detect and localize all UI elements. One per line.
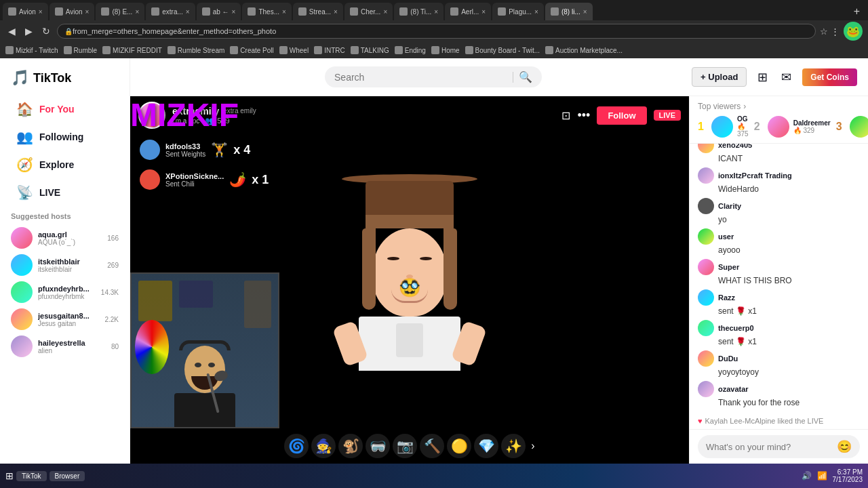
search-box[interactable]: 🔍	[325, 66, 542, 87]
nav-icon: 👥	[16, 129, 33, 145]
chat-message: ozavatar Thank you for the rose	[698, 381, 860, 407]
get-coins-button[interactable]: Get Coins	[802, 68, 857, 86]
browser-tab[interactable]: Avion×	[50, 3, 95, 20]
bookmark-item[interactable]: Mizkif - Twitch	[5, 46, 58, 54]
reload-button[interactable]: ↻	[39, 24, 53, 38]
emoji-ball[interactable]: 🟡	[447, 434, 471, 458]
host-sub: itskeithblair	[38, 266, 102, 273]
chat-message: Super WHAT IS THIS BRO	[698, 259, 860, 285]
sound-icon[interactable]: 🔊	[802, 471, 812, 481]
bookmark-item[interactable]: MIZKIF REDDIT	[102, 46, 162, 54]
chat-messages[interactable]: ete in OMEGALUL thiagera ICANT surge sen…	[690, 144, 868, 413]
emoji-swirl[interactable]: 🌀	[284, 434, 309, 458]
emoji-gem[interactable]: 💎	[474, 434, 498, 458]
bookmark-item[interactable]: TALKING	[351, 46, 389, 54]
follow-button[interactable]: Follow	[597, 106, 646, 125]
bookmark-item[interactable]: Create Poll	[230, 46, 273, 54]
browser-tab[interactable]: ab ←×	[197, 3, 241, 20]
host-name: aqua.grl	[38, 230, 102, 239]
sidebar-nav-item[interactable]: 🧭Explore	[5, 151, 124, 178]
bookmark-item[interactable]: Ending	[395, 46, 426, 54]
gift-username-2: XPotionSickne...	[165, 172, 224, 180]
time-display: 6:37 PM	[833, 468, 863, 476]
emoji-character[interactable]: 🧙	[311, 434, 336, 458]
search-divider	[513, 72, 513, 83]
suggested-host-item[interactable]: pfuxndeyhrb... pfuxndeyhrbmk 14.3K	[11, 279, 119, 306]
top-bar: 🔍 + Upload ⊞ ✉ Get Coins	[130, 58, 868, 96]
suggested-host-item[interactable]: jesusgaitan8... Jesus gaitan 2.2K	[11, 306, 119, 333]
sidebar-nav-item[interactable]: 👥Following	[5, 123, 124, 150]
bookmark-item[interactable]: Rumble	[64, 46, 97, 54]
emoji-hammer[interactable]: 🔨	[420, 434, 444, 458]
host-info: aqua.grl AQUA (o´_`)	[38, 230, 102, 246]
host-avatar	[11, 308, 33, 330]
heart-icon: ♥	[698, 417, 703, 425]
search-input[interactable]	[334, 72, 507, 83]
pip-container	[130, 272, 279, 428]
taskbar-app-1[interactable]: TikTok	[16, 471, 47, 481]
windows-icon[interactable]: ⊞	[5, 470, 14, 481]
suggested-title: Suggested hosts	[11, 212, 119, 220]
expand-icon[interactable]: ⊡	[561, 109, 570, 122]
settings-icon[interactable]: ⋮	[831, 26, 840, 37]
bookmark-item[interactable]: Home	[431, 46, 460, 54]
emoji-double[interactable]: 🥽	[366, 434, 390, 458]
browser-tab[interactable]: Strea...×	[293, 3, 343, 20]
chat-avatar	[698, 289, 714, 306]
suggested-host-item[interactable]: aqua.grl AQUA (o´_`) 166	[11, 224, 119, 251]
address-bar[interactable]: 🔒 from_merge=others_homepage&enter_metho…	[57, 24, 816, 39]
chat-emoji-icon[interactable]: 😊	[837, 439, 852, 454]
sidebar-nav-item[interactable]: 🏠For You	[5, 96, 124, 123]
host-count: 166	[107, 235, 119, 242]
top-viewers-label: Top viewers	[698, 102, 741, 111]
emoji-camera[interactable]: 📷	[393, 434, 417, 458]
viewer-avatar	[768, 116, 789, 138]
messages-icon[interactable]: ✉	[778, 67, 794, 87]
host-name: haileyestrella	[38, 339, 106, 347]
more-options-icon[interactable]: •••	[577, 108, 590, 123]
chat-input-box[interactable]: 😊	[698, 435, 860, 458]
browser-tab[interactable]: Cher...×	[344, 3, 393, 20]
browser-tab[interactable]: Plagu...×	[492, 3, 544, 20]
gift-icon-1: 🏋️	[211, 142, 228, 158]
emoji-scroll-right[interactable]: ›	[531, 440, 534, 452]
sidebar-nav-item[interactable]: 📡LIVE	[5, 179, 124, 206]
browser-tab[interactable]: Avion×	[3, 3, 48, 20]
suggested-host-item[interactable]: haileyestrella alien 80	[11, 333, 119, 360]
chat-username: thecuerp0	[718, 324, 754, 332]
browser-tab[interactable]: Aerl...×	[445, 3, 491, 20]
new-tab-button[interactable]: +	[848, 5, 865, 18]
network-icon[interactable]: 📶	[817, 471, 827, 481]
forward-button[interactable]: ▶	[22, 24, 35, 38]
browser-tab[interactable]: Thes...×	[242, 3, 291, 20]
profile-avatar[interactable]: 🐸	[844, 22, 863, 41]
upload-button[interactable]: + Upload	[692, 67, 747, 87]
filter-icon[interactable]: ⊞	[755, 67, 770, 87]
suggested-host-item[interactable]: itskeithblair itskeithblair 269	[11, 251, 119, 279]
browser-tab[interactable]: (8) E...×	[96, 3, 144, 20]
back-button[interactable]: ◀	[5, 24, 18, 38]
bookmark-item[interactable]: Rumble Stream	[167, 46, 224, 54]
browser-tab[interactable]: (8) Ti...×	[394, 3, 443, 20]
bookmark-item[interactable]: Auction Marketplace...	[545, 46, 623, 54]
tiktok-logo[interactable]: 🎵 TikTok	[0, 64, 130, 95]
chat-input[interactable]	[706, 442, 831, 452]
chat-text: yoyoytoyoy	[698, 367, 860, 377]
bookmark-item[interactable]: Bounty Board - Twit...	[465, 46, 540, 54]
browser-tab[interactable]: extra...×	[146, 3, 195, 20]
bookmark-item[interactable]: Wheel	[279, 46, 309, 54]
star-icon[interactable]: ☆	[820, 26, 828, 37]
search-icon[interactable]: 🔍	[519, 70, 532, 83]
chat-message: Clarity yo	[698, 198, 860, 224]
browser-tab[interactable]: (8) li...×	[545, 3, 593, 20]
taskbar-app-2[interactable]: Browser	[50, 471, 85, 481]
rank-number: 2	[754, 121, 764, 133]
emoji-sparkle[interactable]: ✨	[501, 434, 526, 458]
chat-user-row: DuDu	[698, 350, 860, 367]
taskbar-area: ⊞ TikTok Browser 🔊 📶 6:37 PM 7/17/2023	[0, 464, 868, 488]
host-avatar	[11, 254, 33, 276]
gift-info-2: XPotionSickne... Sent Chili	[165, 172, 224, 188]
chat-user-row: user	[698, 228, 860, 245]
emoji-monkey[interactable]: 🐒	[338, 434, 363, 458]
bookmark-item[interactable]: INTRC	[314, 46, 345, 54]
